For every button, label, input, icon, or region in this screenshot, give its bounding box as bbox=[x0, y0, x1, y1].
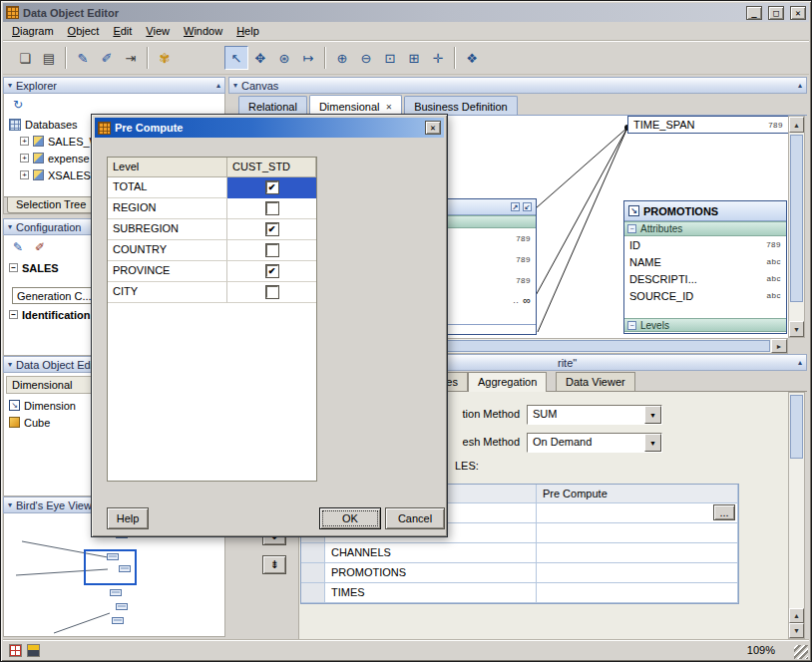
scroll-up-icon[interactable]: ▲ bbox=[789, 117, 804, 133]
dropdown-icon[interactable]: ▼ bbox=[644, 406, 661, 424]
canvas-panel-header[interactable]: ▾ Canvas ▴ bbox=[228, 77, 807, 94]
navigate-link-button[interactable]: ↦ bbox=[296, 46, 320, 70]
collapse-minus-icon[interactable]: − bbox=[627, 224, 636, 233]
pre-compute-cell[interactable] bbox=[227, 240, 316, 261]
collapse-icon[interactable]: ▾ bbox=[8, 82, 12, 90]
palette-button[interactable]: ✾ bbox=[153, 46, 177, 70]
collapse-minus-icon[interactable]: − bbox=[9, 310, 18, 319]
expand-icon[interactable]: + bbox=[20, 170, 29, 179]
refresh-method-select[interactable]: On Demand ▼ bbox=[527, 433, 662, 453]
explorer-panel-header[interactable]: ▾ Explorer ▴ bbox=[3, 77, 225, 94]
minimap-viewport-rect[interactable] bbox=[84, 549, 137, 585]
export-button[interactable]: ⇥ bbox=[119, 46, 143, 70]
pencil-icon[interactable]: ✐ bbox=[31, 238, 49, 256]
expand-icon[interactable]: + bbox=[20, 137, 29, 146]
scroll-right-icon[interactable]: ► bbox=[771, 339, 787, 353]
select-tool-button[interactable]: ↖ bbox=[224, 46, 248, 70]
role-cell[interactable]: PROMOTIONS bbox=[325, 563, 537, 583]
checkbox[interactable]: ✔ bbox=[266, 265, 278, 277]
pre-compute-cell[interactable]: ✔ bbox=[227, 177, 316, 198]
scrollbar-thumb[interactable] bbox=[790, 395, 803, 459]
level-cell[interactable]: CITY bbox=[108, 282, 227, 303]
checkbox[interactable] bbox=[266, 286, 278, 298]
entity-promotions[interactable]: ↘ PROMOTIONS − Attributes ID789 NAMEabc … bbox=[623, 200, 787, 334]
dialog-close-button[interactable]: ✕ bbox=[425, 121, 441, 135]
cancel-button[interactable]: Cancel bbox=[385, 507, 445, 529]
collapse-icon[interactable]: ▾ bbox=[8, 223, 12, 231]
level-cell[interactable]: PROVINCE bbox=[108, 261, 227, 282]
grid-row[interactable]: CHANNELS bbox=[301, 543, 738, 563]
zoom-level[interactable]: 109% bbox=[747, 644, 775, 656]
tab-data-viewer[interactable]: Data Viewer bbox=[556, 372, 635, 392]
tab-relational[interactable]: Relational bbox=[238, 96, 307, 115]
grid-row[interactable]: TIMES bbox=[301, 583, 738, 603]
log-icon[interactable] bbox=[27, 644, 40, 657]
browse-pre-compute-button[interactable]: ... bbox=[713, 504, 735, 520]
zoom-area-button[interactable]: ⊛ bbox=[272, 46, 296, 70]
pre-compute-cell[interactable]: ✔ bbox=[227, 219, 316, 240]
edit-properties-button[interactable]: ✎ bbox=[71, 46, 95, 70]
checkbox[interactable]: ✔ bbox=[266, 223, 278, 235]
entity-partial[interactable]: ↗ ↙ 789 789 789 .. ∞ bbox=[440, 198, 537, 335]
scroll-down-icon[interactable]: ▼ bbox=[789, 321, 804, 337]
pan-tool-button[interactable]: ✥ bbox=[248, 46, 272, 70]
level-cell[interactable]: COUNTRY bbox=[108, 240, 227, 261]
expand-ne-icon[interactable]: ↗ bbox=[511, 202, 520, 211]
menu-edit[interactable]: Edit bbox=[106, 23, 139, 39]
panel-chevron-icon[interactable]: ▴ bbox=[798, 359, 802, 367]
tab-dimensional[interactable]: Dimensional ✕ bbox=[309, 95, 402, 116]
table-row[interactable]: COUNTRY bbox=[108, 240, 316, 261]
dropdown-icon[interactable]: ▼ bbox=[644, 434, 661, 452]
table-row[interactable]: CITY bbox=[108, 282, 316, 303]
canvas-vertical-scrollbar[interactable]: ▲ ▼ bbox=[788, 116, 805, 338]
ok-button[interactable]: OK bbox=[319, 507, 381, 529]
panel-chevron-icon[interactable]: ▴ bbox=[216, 82, 220, 90]
zoom-in-button[interactable]: ⊕ bbox=[330, 46, 354, 70]
level-cell[interactable]: SUBREGION bbox=[108, 219, 227, 240]
configure-button[interactable]: ✐ bbox=[95, 46, 119, 70]
resize-grip[interactable] bbox=[794, 645, 808, 659]
table-row[interactable]: SUBREGION ✔ bbox=[108, 219, 316, 240]
pre-compute-cell[interactable] bbox=[537, 583, 738, 603]
pre-compute-cell[interactable] bbox=[537, 523, 738, 543]
zoom-out-button[interactable]: ⊖ bbox=[354, 46, 378, 70]
expand-icon[interactable]: + bbox=[20, 154, 29, 163]
print-button[interactable]: ▤ bbox=[37, 46, 61, 70]
maximize-button[interactable]: □ bbox=[768, 6, 784, 20]
table-row[interactable]: REGION bbox=[108, 198, 316, 219]
menu-window[interactable]: Window bbox=[177, 23, 229, 39]
center-view-button[interactable]: ✛ bbox=[426, 46, 450, 70]
table-row[interactable]: TOTAL ✔ bbox=[108, 177, 316, 198]
level-cell[interactable]: TOTAL bbox=[108, 177, 227, 198]
dialog-title-bar[interactable]: Pre Compute ✕ bbox=[95, 118, 444, 138]
help-button[interactable]: Help bbox=[107, 507, 149, 529]
scroll-down-icon[interactable]: ▼ bbox=[789, 623, 804, 638]
menu-object[interactable]: Object bbox=[61, 23, 107, 39]
expand-sw-icon[interactable]: ↙ bbox=[523, 202, 532, 211]
new-button[interactable]: ❏ bbox=[13, 46, 37, 70]
collapse-icon[interactable]: ▾ bbox=[8, 501, 12, 509]
zoom-selection-button[interactable]: ⊞ bbox=[402, 46, 426, 70]
refresh-icon[interactable]: ↻ bbox=[9, 96, 27, 114]
fit-to-window-button[interactable]: ⊡ bbox=[378, 46, 402, 70]
grid-row[interactable]: PROMOTIONS bbox=[301, 563, 738, 583]
properties-vertical-scrollbar[interactable]: ▲ ▼ bbox=[788, 392, 805, 639]
menu-help[interactable]: Help bbox=[229, 23, 266, 39]
scroll-up-icon[interactable]: ▲ bbox=[789, 608, 804, 623]
checkbox[interactable] bbox=[266, 244, 278, 256]
collapse-minus-icon[interactable]: − bbox=[9, 263, 18, 272]
aggregation-method-select[interactable]: SUM ▼ bbox=[527, 405, 662, 425]
pre-compute-cell[interactable] bbox=[227, 198, 316, 219]
table-row[interactable]: PROVINCE ✔ bbox=[108, 261, 316, 282]
checkbox[interactable]: ✔ bbox=[266, 181, 278, 193]
entity-time-span[interactable]: TIME_SPAN 789 bbox=[627, 116, 788, 134]
collapse-icon[interactable]: ▾ bbox=[233, 82, 237, 90]
collapse-minus-icon[interactable]: − bbox=[627, 321, 636, 330]
role-cell[interactable]: CHANNELS bbox=[325, 543, 537, 563]
tab-business-definition[interactable]: Business Definition bbox=[404, 96, 518, 115]
level-cell[interactable]: REGION bbox=[108, 198, 227, 219]
scrollbar-thumb[interactable] bbox=[790, 135, 803, 302]
validation-grid-icon[interactable] bbox=[9, 644, 22, 657]
edit-icon[interactable]: ✎ bbox=[9, 238, 27, 256]
role-cell[interactable]: TIMES bbox=[325, 583, 537, 603]
